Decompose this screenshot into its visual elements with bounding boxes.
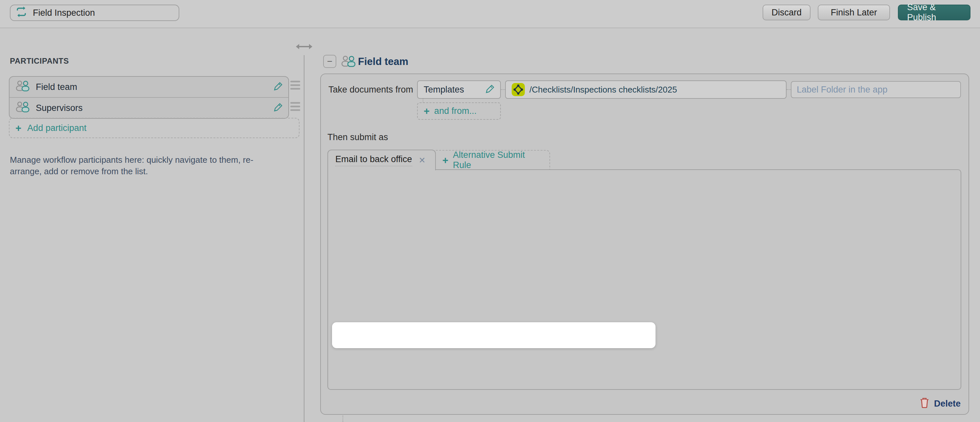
participants-heading: PARTICIPANTS xyxy=(10,56,69,66)
participant-name: Field team xyxy=(36,82,267,92)
minus-icon: − xyxy=(327,56,332,67)
cloud-app-icon xyxy=(512,83,525,96)
connector xyxy=(342,416,343,422)
source-type-label: Templates xyxy=(424,85,480,95)
then-submit-label: Then submit as xyxy=(328,132,388,143)
workflow-name-box[interactable]: Field Inspection xyxy=(10,5,179,21)
drag-handle-icon[interactable] xyxy=(290,81,300,90)
label-folder-input[interactable] xyxy=(791,81,961,98)
add-participant-button[interactable]: + Add participant xyxy=(9,118,299,138)
panel-divider[interactable] xyxy=(304,55,304,422)
save-publish-button[interactable]: Save & Publish xyxy=(898,5,970,21)
participant-name: Supervisors xyxy=(36,103,267,113)
sidebar-item-supervisors[interactable]: Supervisors xyxy=(10,97,288,118)
plus-icon: + xyxy=(16,123,21,133)
edit-pencil-icon[interactable] xyxy=(484,84,494,96)
collapse-section-button[interactable]: − xyxy=(323,55,336,68)
team-icon xyxy=(16,101,30,115)
plus-icon: + xyxy=(442,155,448,165)
tab-label[interactable]: Email to back office xyxy=(335,154,412,167)
discard-button[interactable]: Discard xyxy=(763,5,811,21)
take-documents-label: Take documents from xyxy=(328,85,413,95)
and-from-button[interactable]: + and from... xyxy=(417,102,501,120)
workflow-icon xyxy=(15,6,28,21)
workflow-name: Field Inspection xyxy=(33,8,95,18)
delete-rule-button[interactable]: Delete xyxy=(920,397,961,411)
close-icon[interactable]: ✕ xyxy=(419,156,426,164)
connector xyxy=(423,99,423,102)
submit-rule-panel xyxy=(328,169,961,390)
tab-email-to-back-office[interactable]: Email to back office ✕ xyxy=(328,150,436,170)
resize-handle-icon[interactable] xyxy=(295,43,313,53)
source-folder-path: /Checklists/Inspections checklists/2025 xyxy=(530,85,677,95)
plus-icon: + xyxy=(424,106,430,116)
highlighted-rule-row xyxy=(332,322,655,348)
team-icon xyxy=(16,80,30,94)
section-title: Field team xyxy=(358,56,408,68)
edit-pencil-icon[interactable] xyxy=(273,102,282,114)
source-folder-field[interactable]: /Checklists/Inspections checklists/2025 xyxy=(505,80,787,99)
label-folder-field[interactable] xyxy=(791,81,961,98)
connector xyxy=(787,89,791,90)
trash-icon xyxy=(920,397,929,411)
source-type-button[interactable]: Templates xyxy=(417,80,501,99)
drag-handle-icon[interactable] xyxy=(290,102,300,111)
tab-add-alternative-rule[interactable]: + Alternative Submit Rule xyxy=(436,150,550,170)
participants-list: Field team Supervisors xyxy=(9,76,289,119)
sidebar-item-field-team[interactable]: Field team xyxy=(10,77,288,97)
connector xyxy=(501,89,505,90)
team-icon xyxy=(341,55,356,70)
participants-description: Manage workflow participants here: quick… xyxy=(10,154,282,177)
edit-pencil-icon[interactable] xyxy=(273,81,282,93)
finish-later-button[interactable]: Finish Later xyxy=(818,5,890,21)
workflow-editor: Field Inspection Discard Finish Later Sa… xyxy=(0,0,980,422)
